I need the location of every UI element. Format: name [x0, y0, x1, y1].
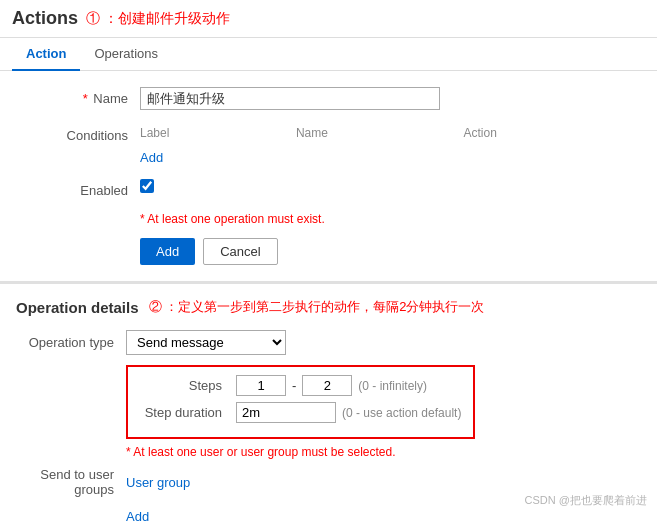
op-type-label: Operation type: [16, 335, 126, 350]
user-hint: * At least one user or user group must b…: [126, 445, 641, 459]
step-hint: (0 - infinitely): [358, 379, 427, 393]
duration-hint: (0 - use action default): [342, 406, 461, 420]
conditions-content: Label Name Action Add: [140, 124, 637, 165]
steps-row: Steps - (0 - infinitely): [140, 375, 461, 396]
send-groups-content: User group: [126, 475, 641, 490]
form-hint: * At least one operation must exist.: [140, 212, 637, 226]
enabled-content: [140, 179, 637, 193]
enabled-checkbox[interactable]: [140, 179, 154, 193]
annotation-1: ① ：创建邮件升级动作: [86, 10, 230, 28]
name-content: [140, 87, 637, 110]
conditions-row: Conditions Label Name Action Add: [20, 124, 637, 165]
op-type-content: Send message: [126, 330, 641, 355]
op-type-select[interactable]: Send message: [126, 330, 286, 355]
tab-action[interactable]: Action: [12, 38, 80, 71]
required-star: *: [83, 91, 88, 106]
op-type-row: Operation type Send message: [16, 330, 641, 355]
page-wrapper: Actions ① ：创建邮件升级动作 Action Operations * …: [0, 0, 657, 530]
steps-box: Steps - (0 - infinitely) Step duration (…: [126, 365, 475, 439]
form-section: * Name Conditions Label Name Action: [0, 71, 657, 284]
annotation-2: ② ：定义第一步到第二步执行的动作，每隔2分钟执行一次: [149, 298, 485, 316]
steps-label: Steps: [140, 378, 230, 393]
tab-operations[interactable]: Operations: [80, 38, 172, 71]
duration-label: Step duration: [140, 405, 230, 420]
cancel-button[interactable]: Cancel: [203, 238, 277, 265]
op-header: Operation details ② ：定义第一步到第二步执行的动作，每隔2分…: [16, 298, 641, 316]
page-title: Actions: [12, 8, 78, 29]
step-separator: -: [292, 378, 296, 393]
enabled-label: Enabled: [20, 179, 140, 198]
send-label: Send to user groups: [16, 467, 126, 497]
steps-box-wrapper: Steps - (0 - infinitely) Step duration (…: [126, 365, 641, 441]
conditions-label: Conditions: [20, 124, 140, 143]
op-title: Operation details: [16, 299, 139, 316]
name-label: * Name: [20, 87, 140, 106]
duration-input[interactable]: [236, 402, 336, 423]
add-condition-link[interactable]: Add: [140, 150, 163, 165]
step-to-input[interactable]: [302, 375, 352, 396]
add-group-wrapper: Add: [126, 507, 641, 524]
tabs-bar: Action Operations: [0, 38, 657, 71]
step-from-input[interactable]: [236, 375, 286, 396]
enabled-row: Enabled: [20, 179, 637, 198]
col-label: Label: [140, 124, 296, 144]
conditions-table: Label Name Action: [140, 124, 637, 144]
step-duration-row: Step duration (0 - use action default): [140, 402, 461, 423]
name-input[interactable]: [140, 87, 440, 110]
col-name: Name: [296, 124, 464, 144]
col-action: Action: [463, 124, 637, 144]
add-group-link[interactable]: Add: [126, 509, 149, 524]
buttons-row: Add Cancel: [140, 238, 637, 265]
page-header: Actions ① ：创建邮件升级动作: [0, 0, 657, 38]
user-group-link[interactable]: User group: [126, 475, 190, 490]
name-row: * Name: [20, 87, 637, 110]
add-button[interactable]: Add: [140, 238, 195, 265]
watermark: CSDN @把也要爬着前进: [525, 493, 647, 508]
